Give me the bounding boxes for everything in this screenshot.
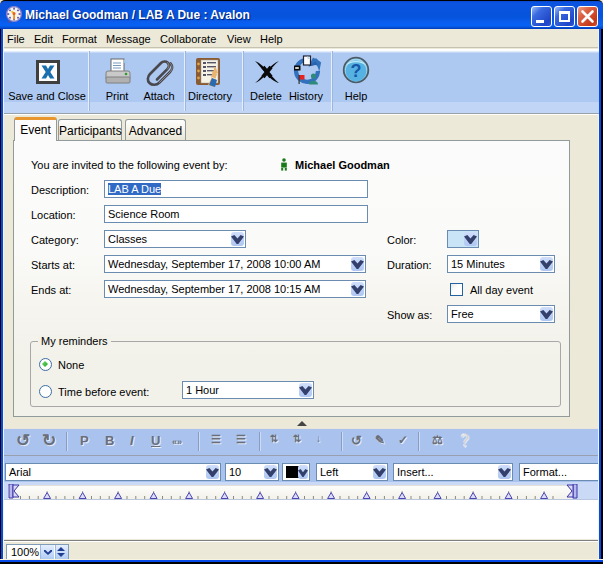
svg-text:?: ? (351, 61, 362, 81)
